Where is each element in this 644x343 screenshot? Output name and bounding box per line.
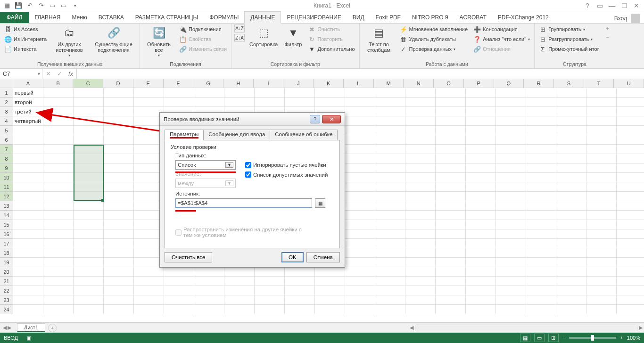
cell[interactable]: [13, 126, 43, 135]
cell[interactable]: [526, 145, 556, 154]
cell[interactable]: [526, 182, 556, 192]
column-header[interactable]: O: [434, 79, 464, 88]
cell[interactable]: [556, 258, 586, 267]
cell[interactable]: [104, 220, 134, 229]
cell[interactable]: [556, 201, 586, 211]
cell[interactable]: [466, 248, 496, 258]
cell[interactable]: [375, 305, 405, 314]
properties-button[interactable]: 📋Свойства: [178, 34, 228, 44]
tab-pdfxchange[interactable]: PDF-XChange 2012: [492, 12, 554, 23]
column-header[interactable]: H: [223, 79, 254, 88]
cell[interactable]: [526, 258, 556, 267]
horizontal-scrollbar[interactable]: ◀ ▶: [408, 324, 644, 332]
cell[interactable]: [345, 98, 375, 107]
cell[interactable]: [466, 116, 496, 126]
cell[interactable]: [496, 267, 526, 277]
filter-button[interactable]: ▼Фильтр: [282, 24, 304, 48]
cell[interactable]: [617, 88, 644, 98]
cell[interactable]: [104, 239, 134, 248]
column-header[interactable]: M: [374, 79, 404, 88]
cell[interactable]: [496, 173, 526, 182]
cell[interactable]: [345, 192, 375, 201]
redo-icon[interactable]: ↷: [36, 1, 46, 10]
cell[interactable]: [436, 126, 466, 135]
cancel-formula-icon[interactable]: ✕: [42, 70, 54, 77]
cell[interactable]: [285, 305, 315, 314]
cell[interactable]: [224, 88, 255, 98]
view-page-break-icon[interactable]: ⊞: [548, 334, 559, 342]
sort-desc-button[interactable]: Z↓A: [234, 34, 245, 42]
row-header[interactable]: 3: [0, 107, 13, 116]
cell[interactable]: [345, 286, 375, 295]
cell[interactable]: [164, 277, 194, 286]
cell[interactable]: [74, 145, 104, 154]
cell[interactable]: [104, 201, 134, 211]
cell[interactable]: [436, 98, 466, 107]
cell[interactable]: [466, 258, 496, 267]
row-header[interactable]: 23: [0, 295, 13, 305]
cell[interactable]: [496, 286, 526, 295]
cell[interactable]: [617, 305, 644, 314]
cell[interactable]: [104, 116, 134, 126]
cell[interactable]: [556, 145, 586, 154]
cell[interactable]: [496, 154, 526, 163]
column-header[interactable]: R: [524, 79, 554, 88]
cell[interactable]: [405, 163, 436, 173]
cell[interactable]: [104, 286, 134, 295]
cell[interactable]: [617, 220, 644, 229]
cell[interactable]: [556, 220, 586, 229]
cell[interactable]: [436, 248, 466, 258]
cell[interactable]: [345, 163, 375, 173]
cell[interactable]: [436, 163, 466, 173]
cell[interactable]: [556, 182, 586, 192]
row-header[interactable]: 17: [0, 239, 13, 248]
cell[interactable]: [74, 163, 104, 173]
cell[interactable]: [255, 267, 285, 277]
cell[interactable]: [466, 126, 496, 135]
cell[interactable]: [405, 201, 436, 211]
cell[interactable]: [43, 220, 74, 229]
cell[interactable]: [74, 116, 104, 126]
cell[interactable]: [496, 220, 526, 229]
minimize-icon[interactable]: —: [606, 1, 618, 10]
cell[interactable]: [496, 88, 526, 98]
row-header[interactable]: 1: [0, 88, 13, 98]
from-web-button[interactable]: 🌐Из Интернета: [3, 34, 48, 44]
cell[interactable]: [466, 239, 496, 248]
cell[interactable]: [285, 98, 315, 107]
cell[interactable]: [466, 229, 496, 239]
cell[interactable]: [526, 192, 556, 201]
cell[interactable]: [104, 154, 134, 163]
cell[interactable]: [526, 135, 556, 145]
cell[interactable]: [224, 277, 255, 286]
cell[interactable]: [496, 192, 526, 201]
cell[interactable]: [466, 154, 496, 163]
cell[interactable]: [496, 258, 526, 267]
cell[interactable]: [315, 267, 345, 277]
range-selector-button[interactable]: ▦: [315, 198, 325, 208]
cell[interactable]: [74, 295, 104, 305]
ribbon-options-icon[interactable]: ▭: [594, 1, 605, 10]
cell[interactable]: [436, 107, 466, 116]
cell[interactable]: [617, 201, 644, 211]
cell[interactable]: [405, 88, 436, 98]
cell[interactable]: [556, 305, 586, 314]
cell[interactable]: [526, 211, 556, 220]
cell[interactable]: [436, 295, 466, 305]
cell[interactable]: [43, 201, 74, 211]
cell[interactable]: [375, 239, 405, 248]
cell[interactable]: [375, 154, 405, 163]
cell[interactable]: [43, 163, 74, 173]
cell[interactable]: [405, 98, 436, 107]
cell[interactable]: [617, 239, 644, 248]
cell[interactable]: [496, 305, 526, 314]
cell[interactable]: [255, 88, 285, 98]
cell[interactable]: [586, 277, 617, 286]
cell[interactable]: [194, 295, 224, 305]
cell[interactable]: [556, 98, 586, 107]
cell[interactable]: [466, 277, 496, 286]
cell[interactable]: [496, 201, 526, 211]
cell[interactable]: [436, 88, 466, 98]
cell[interactable]: [496, 295, 526, 305]
undo-icon[interactable]: ↶: [25, 1, 35, 10]
